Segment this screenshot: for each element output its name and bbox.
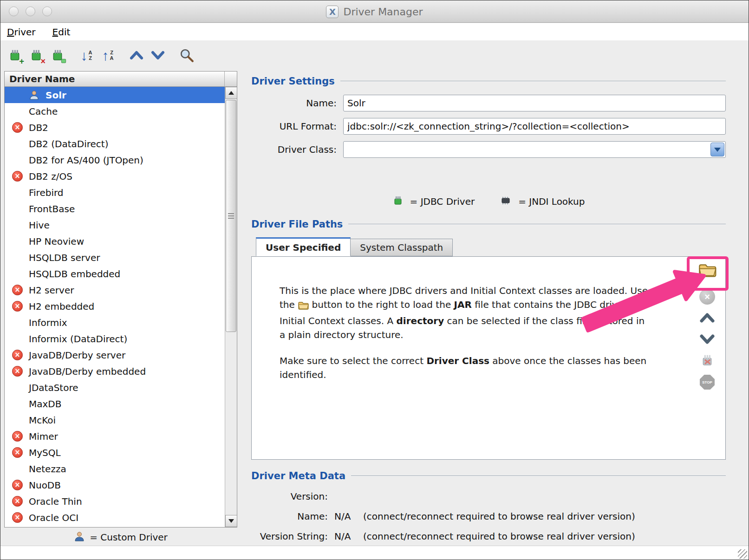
name-label: Name: bbox=[251, 98, 343, 109]
driver-error-icon: × bbox=[12, 171, 23, 182]
check-driver-button[interactable] bbox=[696, 351, 718, 371]
sort-descending-button[interactable]: ↓ AZ bbox=[76, 45, 97, 66]
driver-list-header[interactable]: Driver Name bbox=[5, 72, 237, 87]
scrollbar-thumb[interactable] bbox=[226, 100, 236, 332]
driver-list-item[interactable]: Solr bbox=[5, 87, 225, 103]
driver-list-item[interactable]: ×H2 embedded bbox=[5, 298, 225, 314]
driver-list-item[interactable]: Cache bbox=[5, 103, 225, 119]
jndi-chip-icon bbox=[500, 195, 512, 208]
driver-list-item[interactable]: FrontBase bbox=[5, 201, 225, 217]
driver-name: FrontBase bbox=[29, 203, 75, 215]
driver-list-item[interactable]: ×JavaDB/Derby server bbox=[5, 347, 225, 363]
driver-name: Solr bbox=[46, 90, 66, 101]
driver-class-dropdown-button[interactable] bbox=[710, 143, 724, 156]
driver-error-icon: × bbox=[12, 366, 23, 377]
driver-error-icon: × bbox=[12, 301, 23, 312]
driver-list-item[interactable]: MaxDB bbox=[5, 396, 225, 412]
delete-driver-button[interactable]: × bbox=[26, 45, 47, 66]
driver-list-item[interactable]: HSQLDB server bbox=[5, 249, 225, 266]
chevron-up-icon bbox=[699, 312, 716, 325]
driver-list-item[interactable]: HP Neoview bbox=[5, 233, 225, 249]
custom-driver-legend: = Custom Driver bbox=[4, 529, 237, 545]
driver-list-item[interactable]: DB2 for AS/400 (JTOpen) bbox=[5, 152, 225, 168]
driver-list-item[interactable]: ×H2 server bbox=[5, 282, 225, 298]
driver-list-item[interactable]: ×MySQL bbox=[5, 444, 225, 461]
move-down-button[interactable] bbox=[147, 45, 169, 66]
driver-manager-window: X Driver Manager Driver Edit + × bbox=[0, 0, 749, 560]
move-path-up-button[interactable] bbox=[696, 308, 718, 328]
driver-name: HSQLDB server bbox=[29, 252, 100, 263]
list-scrollbar[interactable] bbox=[225, 87, 237, 527]
title-bar[interactable]: X Driver Manager bbox=[0, 0, 749, 23]
driver-name: Oracle Thin bbox=[29, 496, 82, 507]
sort-ascending-button[interactable]: ↑ ZA bbox=[97, 45, 118, 66]
stop-button[interactable]: STOP bbox=[696, 372, 718, 392]
driver-name: H2 embedded bbox=[29, 301, 94, 312]
driver-name: JavaDB/Derby server bbox=[29, 350, 125, 361]
driver-class-value[interactable] bbox=[343, 141, 726, 158]
chevron-down-icon bbox=[714, 148, 721, 152]
jndi-legend-text: = JNDI Lookup bbox=[518, 196, 585, 207]
file-paths-panel[interactable]: This is the place where JDBC drivers and… bbox=[251, 256, 726, 460]
meta-name-label: Name: bbox=[251, 511, 328, 522]
move-path-down-button[interactable] bbox=[696, 329, 718, 350]
driver-list-item[interactable]: ×JavaDB/Derby embedded bbox=[5, 363, 225, 379]
find-driver-button[interactable] bbox=[176, 45, 197, 66]
custom-driver-icon bbox=[29, 90, 39, 103]
meta-name-note: (connect/reconnect required to browse re… bbox=[363, 511, 635, 522]
jdbc-legend-text: = JDBC Driver bbox=[410, 196, 475, 207]
driver-list-item[interactable]: ×NuoDB bbox=[5, 477, 225, 493]
driver-list-item[interactable]: Hive bbox=[5, 217, 225, 233]
app-icon: X bbox=[326, 6, 339, 18]
section-rule bbox=[351, 475, 726, 476]
add-driver-button[interactable]: + bbox=[4, 45, 26, 66]
check-driver-icon bbox=[700, 353, 714, 369]
driver-list-item[interactable]: ×Oracle Thin bbox=[5, 493, 225, 509]
driver-class-combobox[interactable] bbox=[343, 141, 726, 158]
driver-list-item[interactable]: Netezza bbox=[5, 461, 225, 477]
version-label: Version: bbox=[251, 491, 328, 502]
driver-name: McKoi bbox=[29, 415, 56, 426]
toolbar-separator bbox=[68, 45, 76, 66]
driver-list-item[interactable]: ×Mimer bbox=[5, 428, 225, 444]
driver-list-item[interactable]: ×DB2 bbox=[5, 119, 225, 136]
driver-error-icon: × bbox=[12, 431, 23, 442]
remove-path-button[interactable]: × bbox=[696, 287, 718, 307]
copy-badge-icon bbox=[60, 57, 67, 65]
driver-file-paths-title: Driver File Paths bbox=[251, 219, 343, 230]
driver-list-item[interactable]: HSQLDB embedded bbox=[5, 266, 225, 282]
driver-list-item[interactable]: Firebird bbox=[5, 184, 225, 201]
name-input[interactable] bbox=[343, 95, 726, 111]
driver-error-icon: × bbox=[12, 447, 23, 458]
header-scrollbar-cell bbox=[224, 72, 237, 86]
menu-driver[interactable]: Driver bbox=[7, 26, 36, 38]
scroll-up-button[interactable] bbox=[225, 87, 237, 99]
move-up-button[interactable] bbox=[126, 45, 147, 66]
copy-driver-button[interactable] bbox=[47, 45, 68, 66]
driver-list-item[interactable]: McKoi bbox=[5, 412, 225, 428]
window-title: Driver Manager bbox=[343, 6, 423, 18]
driver-error-icon: × bbox=[12, 122, 23, 133]
driver-list-item[interactable]: Informix bbox=[5, 314, 225, 331]
driver-list-item[interactable]: JDataStore bbox=[5, 379, 225, 396]
resize-grip[interactable] bbox=[738, 549, 747, 559]
driver-name: DB2 for AS/400 (JTOpen) bbox=[29, 155, 143, 166]
scroll-down-button[interactable] bbox=[225, 515, 237, 527]
menu-edit[interactable]: Edit bbox=[52, 26, 71, 38]
driver-error-icon: × bbox=[12, 512, 23, 523]
remove-icon: × bbox=[699, 289, 715, 305]
driver-list-item[interactable]: DB2 (DataDirect) bbox=[5, 136, 225, 152]
load-jar-button[interactable] bbox=[696, 260, 718, 281]
tab-system-classpath[interactable]: System Classpath bbox=[350, 239, 453, 256]
driver-name: JavaDB/Derby embedded bbox=[29, 366, 146, 377]
jdbc-driver-icon bbox=[392, 195, 404, 208]
driver-list-item[interactable]: Informix (DataDirect) bbox=[5, 331, 225, 347]
driver-list-item[interactable]: ×DB2 z/OS bbox=[5, 168, 225, 184]
thumb-grip-icon bbox=[228, 213, 234, 219]
custom-driver-legend-text: = Custom Driver bbox=[90, 532, 168, 543]
url-format-input[interactable] bbox=[343, 118, 726, 135]
driver-list-item[interactable]: ×Oracle OCI bbox=[5, 509, 225, 526]
driver-error-icon: × bbox=[12, 480, 23, 490]
tab-user-specified[interactable]: User Specified bbox=[256, 237, 351, 256]
x-badge-icon: × bbox=[40, 57, 46, 65]
